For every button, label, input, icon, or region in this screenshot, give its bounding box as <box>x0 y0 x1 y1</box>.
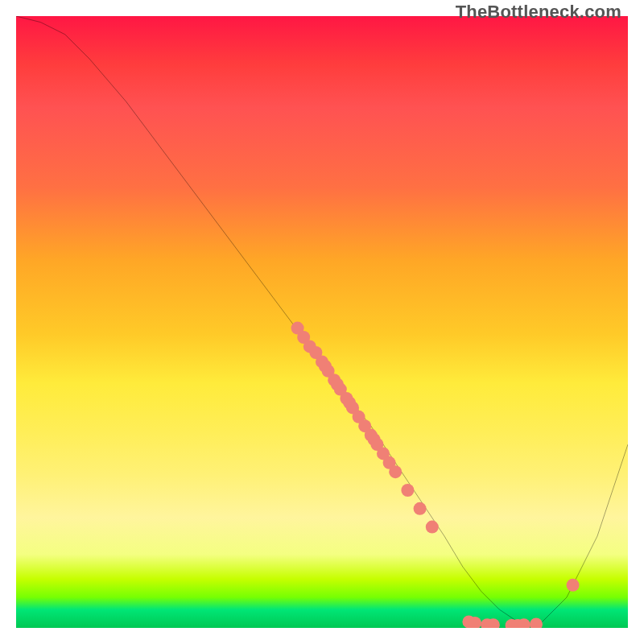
data-point <box>414 502 427 515</box>
plot-area <box>16 16 628 628</box>
chart-root: TheBottleneck.com <box>0 0 644 644</box>
watermark-text: TheBottleneck.com <box>456 2 621 23</box>
data-point <box>530 617 543 628</box>
data-point <box>567 579 580 592</box>
data-point <box>389 465 402 478</box>
data-points-group <box>291 322 580 628</box>
chart-overlay <box>16 16 628 628</box>
data-point <box>426 521 439 534</box>
bottleneck-curve <box>16 16 628 628</box>
data-point <box>401 484 414 497</box>
